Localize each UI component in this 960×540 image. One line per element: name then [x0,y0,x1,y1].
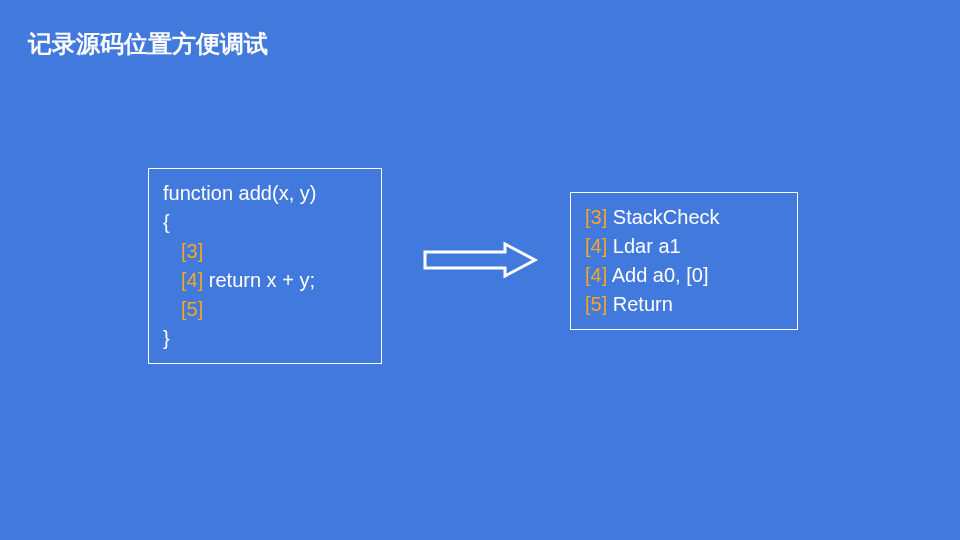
position-tag: [5] [585,293,607,315]
code-line: [4] return x + y; [163,266,367,295]
position-tag: [3] [585,206,607,228]
bytecode-text: Add a0, [0] [607,264,708,286]
bytecode-line: [5] Return [585,290,783,319]
code-line: } [163,324,367,353]
position-tag: [4] [181,269,203,291]
position-tag: [3] [181,240,203,262]
source-code-box: function add(x, y) { [3] [4] return x + … [148,168,382,364]
position-tag: [4] [585,264,607,286]
code-line: function add(x, y) [163,179,367,208]
bytecode-text: Return [607,293,673,315]
slide-title: 记录源码位置方便调试 [28,28,268,60]
code-line: [5] [163,295,367,324]
code-text: return x + y; [203,269,315,291]
bytecode-text: Ldar a1 [607,235,680,257]
code-line: [3] [163,237,367,266]
bytecode-line: [3] StackCheck [585,203,783,232]
code-line: { [163,208,367,237]
position-tag: [4] [585,235,607,257]
bytecode-line: [4] Add a0, [0] [585,261,783,290]
bytecode-line: [4] Ldar a1 [585,232,783,261]
arrow-icon [420,240,540,280]
bytecode-text: StackCheck [607,206,719,228]
position-tag: [5] [181,298,203,320]
bytecode-box: [3] StackCheck [4] Ldar a1 [4] Add a0, [… [570,192,798,330]
